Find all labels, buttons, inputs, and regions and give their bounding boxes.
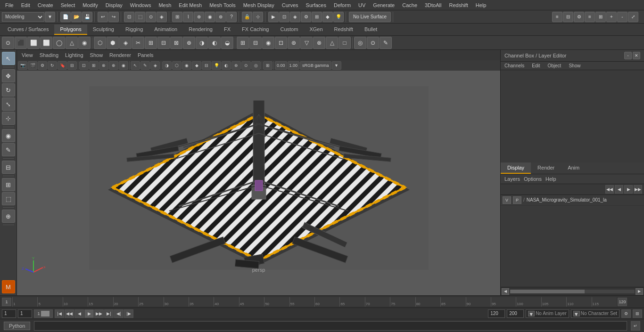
tool-settings-btn[interactable]: ⚙ bbox=[574, 12, 584, 22]
zoom-in-btn[interactable]: + bbox=[606, 12, 617, 22]
vp-film-btn[interactable]: 🎬 bbox=[28, 61, 37, 70]
frame-field2[interactable]: 1 bbox=[18, 309, 32, 318]
layers-arrow-next-btn[interactable]: ▶ bbox=[624, 185, 633, 194]
layer-row[interactable]: V P / NASA_Microgravity_Simulator_001_la bbox=[501, 195, 644, 206]
paint-ops-btn[interactable]: ✎ bbox=[2, 143, 15, 156]
menu-windows[interactable]: Windows bbox=[127, 1, 155, 9]
poly-sphere-btn[interactable]: ⊙ bbox=[2, 37, 14, 49]
pane-config-btn[interactable]: ⊞ bbox=[595, 12, 606, 22]
vp-frame-all-btn[interactable]: ⊡ bbox=[79, 61, 89, 70]
render-view-btn[interactable]: ⊞ bbox=[312, 12, 322, 22]
new-file-btn[interactable]: 📄 bbox=[60, 12, 71, 22]
slide-edge-btn[interactable]: ⊠ bbox=[170, 37, 182, 49]
layer-visibility-btn[interactable]: V bbox=[503, 196, 511, 204]
redo-btn[interactable]: ↪ bbox=[108, 12, 119, 22]
menu-create[interactable]: Create bbox=[34, 1, 57, 9]
vp-hud-btn[interactable]: ⊞ bbox=[263, 61, 272, 70]
tab-polygons[interactable]: Polygons bbox=[54, 24, 87, 35]
menu-display[interactable]: Display bbox=[102, 1, 126, 9]
reduce-btn[interactable]: ▽ bbox=[300, 37, 313, 49]
bevel-btn[interactable]: ◈ bbox=[119, 37, 132, 49]
vp-camera-btn[interactable]: 📷 bbox=[18, 61, 27, 70]
append-poly-btn[interactable]: ◐ bbox=[208, 37, 221, 49]
tab-bullet[interactable]: Bullet bbox=[359, 24, 383, 35]
triangulate-btn[interactable]: △ bbox=[326, 37, 338, 49]
separate-btn[interactable]: ⊟ bbox=[249, 37, 262, 49]
scale-tool-btn[interactable]: ⤡ bbox=[2, 97, 15, 111]
scroll-left-btn[interactable]: ◀ bbox=[502, 288, 509, 295]
panel-tab-display[interactable]: Display bbox=[501, 162, 531, 174]
menu-modify[interactable]: Modify bbox=[79, 1, 101, 9]
vp-menu-panels[interactable]: Panels bbox=[135, 51, 157, 59]
char-set-arrow-btn[interactable]: ▼ bbox=[573, 311, 580, 316]
poly-cylinder-btn[interactable]: ⬜ bbox=[27, 37, 40, 49]
menu-deform[interactable]: Deform bbox=[330, 1, 354, 9]
menu-select[interactable]: Select bbox=[58, 1, 79, 9]
paint-weights-btn[interactable]: ✎ bbox=[380, 37, 392, 49]
snap-point-btn[interactable]: ⊕ bbox=[194, 12, 204, 22]
ipr-btn[interactable]: ◈ bbox=[290, 12, 300, 22]
vp-menu-lighting[interactable]: Lighting bbox=[62, 51, 86, 59]
vp-menu-show[interactable]: Show bbox=[87, 51, 106, 59]
vp-texture-btn[interactable]: ⊟ bbox=[202, 61, 211, 70]
scroll-right-btn[interactable]: ▶ bbox=[636, 288, 643, 295]
wedge-btn[interactable]: ◒ bbox=[221, 37, 233, 49]
snap-points-btn[interactable]: ⊕ bbox=[2, 210, 15, 223]
undo-btn[interactable]: ↩ bbox=[98, 12, 108, 22]
tab-redshift[interactable]: Redshift bbox=[329, 24, 359, 35]
vp-cycle-camera-btn[interactable]: ↻ bbox=[48, 61, 57, 70]
vp-bookmark-btn[interactable]: 🔖 bbox=[58, 61, 67, 70]
layers-menu-layers[interactable]: Layers bbox=[504, 176, 520, 182]
play-forward-btn[interactable]: ▶ bbox=[84, 309, 94, 318]
python-input[interactable] bbox=[34, 321, 627, 331]
python-tab[interactable]: Python bbox=[4, 322, 30, 330]
layers-menu-help[interactable]: Help bbox=[545, 176, 556, 182]
snap-surface-btn[interactable]: ◉ bbox=[205, 12, 215, 22]
vp-select-mask-btn[interactable]: ↖ bbox=[131, 61, 140, 70]
menu-uv[interactable]: UV bbox=[355, 1, 369, 9]
workspace-select[interactable]: Modeling bbox=[2, 12, 44, 22]
layers-arrow-prev-btn[interactable]: ◀ bbox=[615, 185, 623, 194]
outliner-btn[interactable]: ≡ bbox=[585, 12, 595, 22]
vp-wireframe-btn[interactable]: ⬡ bbox=[172, 61, 182, 70]
range-end-field[interactable]: 120 bbox=[488, 309, 505, 318]
layers-list[interactable]: V P / NASA_Microgravity_Simulator_001_la bbox=[501, 195, 644, 287]
snap-curve-btn[interactable]: ⌇ bbox=[183, 12, 193, 22]
layer-playback-btn[interactable]: P bbox=[513, 196, 521, 204]
zoom-out-btn[interactable]: - bbox=[617, 12, 627, 22]
snap-grid-btn[interactable]: ⊞ bbox=[172, 12, 182, 22]
fill-hole-btn[interactable]: ◑ bbox=[196, 37, 208, 49]
menu-edit[interactable]: Edit bbox=[18, 1, 33, 9]
hypershade-btn[interactable]: ◆ bbox=[322, 12, 333, 22]
python-execute-btn[interactable]: ↵ bbox=[631, 321, 640, 331]
tab-fx-caching[interactable]: FX Caching bbox=[236, 24, 274, 35]
vp-light-btn[interactable]: 💡 bbox=[212, 61, 221, 70]
channels-tab[interactable]: Channels bbox=[501, 62, 528, 70]
connect-btn[interactable]: ⊕ bbox=[183, 37, 195, 49]
lock-btn[interactable]: 🔒 bbox=[242, 12, 252, 22]
offset-edge-loop-btn[interactable]: ⊟ bbox=[157, 37, 170, 49]
maya-logo-btn[interactable]: M bbox=[2, 280, 15, 293]
tab-fx[interactable]: FX bbox=[218, 24, 236, 35]
fullscreen-btn[interactable]: ⤢ bbox=[628, 12, 638, 22]
timeline-ruler[interactable]: 1510152025303540455055606570758085909510… bbox=[12, 297, 617, 307]
outline-btn[interactable]: ⬚ bbox=[2, 192, 15, 205]
menu-mesh[interactable]: Mesh bbox=[155, 1, 174, 9]
vp-pan-zoom-btn[interactable]: ⊕ bbox=[109, 61, 118, 70]
edit-tab[interactable]: Edit bbox=[528, 62, 544, 70]
vp-ignore-btn[interactable]: ⊗ bbox=[99, 61, 108, 70]
poly-cube-btn[interactable]: ⬛ bbox=[15, 37, 27, 49]
select-by-hierarchy-btn[interactable]: ⊡ bbox=[124, 12, 134, 22]
menu-mesh-tools[interactable]: Mesh Tools bbox=[206, 1, 239, 9]
select-tool-btn[interactable]: ↖ bbox=[2, 52, 15, 65]
menu-3dtoall[interactable]: 3DtoAll bbox=[421, 1, 445, 9]
vp-menu-shading[interactable]: Shading bbox=[37, 51, 61, 59]
tab-xgen[interactable]: XGen bbox=[304, 24, 328, 35]
snap-live-btn[interactable]: ⊛ bbox=[215, 12, 226, 22]
soft-select-btn[interactable]: ◉ bbox=[2, 129, 15, 142]
vp-shadow-btn[interactable]: ◐ bbox=[222, 61, 231, 70]
tab-sculpting[interactable]: Sculpting bbox=[87, 24, 120, 35]
transform-btn[interactable]: ⊹ bbox=[253, 12, 263, 22]
tab-custom[interactable]: Custom bbox=[275, 24, 304, 35]
tab-curves-surfaces[interactable]: Curves / Surfaces bbox=[2, 24, 54, 35]
